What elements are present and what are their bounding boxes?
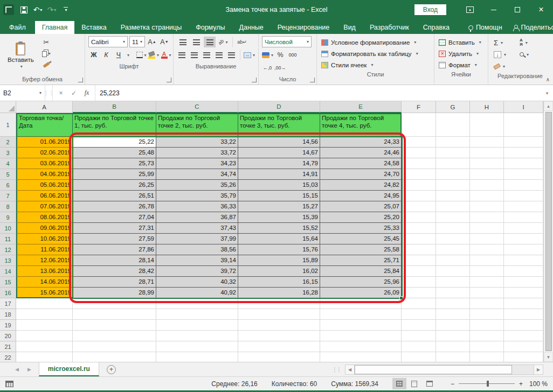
- conditional-formatting-button[interactable]: Условное форматирование▾: [319, 37, 432, 48]
- ribbon-display-options-button[interactable]: [458, 0, 482, 19]
- cell-C20[interactable]: [156, 331, 238, 341]
- fill-color-button[interactable]: ▾: [148, 50, 159, 60]
- cell-F16[interactable]: [402, 288, 436, 298]
- cell-H14[interactable]: [470, 266, 504, 277]
- cell-G7[interactable]: [436, 191, 470, 201]
- cell-B11[interactable]: 27,59: [73, 234, 156, 244]
- cell-F11[interactable]: [402, 234, 436, 244]
- decrease-decimal-button[interactable]: ,00→: [274, 62, 286, 73]
- cell-C1[interactable]: Продажи по Торговой точке 2, тыс. руб.: [156, 113, 238, 137]
- cell-I19[interactable]: [504, 320, 543, 331]
- cell-A6[interactable]: 05.06.2019: [16, 180, 73, 191]
- row-header-16[interactable]: 16: [0, 288, 16, 298]
- cell-I14[interactable]: [504, 266, 543, 277]
- vertical-scrollbar[interactable]: ▲ ▼: [543, 101, 553, 362]
- cell-H9[interactable]: [470, 212, 504, 223]
- vertical-scroll-thumb[interactable]: [545, 112, 552, 351]
- cell-H16[interactable]: [470, 288, 504, 298]
- cell-C21[interactable]: [156, 341, 238, 352]
- cell-I12[interactable]: [504, 244, 543, 255]
- cell-styles-button[interactable]: Стили ячеек▾: [319, 59, 432, 71]
- cell-F4[interactable]: [402, 158, 436, 169]
- cell-H19[interactable]: [470, 320, 504, 331]
- cell-A15[interactable]: 14.06.2019: [16, 277, 73, 288]
- cell-D11[interactable]: 15,64: [238, 234, 320, 244]
- row-header-19[interactable]: 19: [0, 320, 16, 331]
- cell-F3[interactable]: [402, 148, 436, 158]
- cell-A22[interactable]: [16, 352, 73, 362]
- chevron-down-icon[interactable]: ▾: [127, 53, 129, 58]
- tab-data[interactable]: Данные: [232, 21, 271, 34]
- cell-C3[interactable]: 33,72: [156, 148, 238, 158]
- tab-help[interactable]: Справка: [416, 21, 457, 34]
- minimize-button[interactable]: [482, 0, 506, 19]
- page-break-view-button[interactable]: [423, 378, 437, 389]
- cell-C22[interactable]: [156, 352, 238, 362]
- row-header-15[interactable]: 15: [0, 277, 16, 288]
- formula-input[interactable]: 25,223: [95, 85, 541, 101]
- cell-H7[interactable]: [470, 191, 504, 201]
- cell-D17[interactable]: [238, 298, 320, 309]
- cell-A19[interactable]: [16, 320, 73, 331]
- cell-I21[interactable]: [504, 341, 543, 352]
- cell-B19[interactable]: [73, 320, 156, 331]
- scroll-down-button[interactable]: ▼: [544, 352, 553, 362]
- wrap-text-button[interactable]: ab↵: [236, 37, 248, 47]
- cell-I15[interactable]: [504, 277, 543, 288]
- column-header-D[interactable]: D: [238, 101, 320, 113]
- cell-G22[interactable]: [436, 352, 470, 362]
- cell-G2[interactable]: [436, 137, 470, 148]
- cell-A16[interactable]: 15.06.2019: [16, 288, 73, 298]
- new-sheet-button[interactable]: +: [107, 365, 116, 374]
- row-header-10[interactable]: 10: [0, 223, 16, 234]
- cell-G12[interactable]: [436, 244, 470, 255]
- column-header-B[interactable]: B: [73, 101, 156, 113]
- orientation-button[interactable]: ab▾: [217, 37, 229, 47]
- cell-D5[interactable]: 14,91: [238, 169, 320, 180]
- row-header-9[interactable]: 9: [0, 212, 16, 223]
- cell-H10[interactable]: [470, 223, 504, 234]
- cell-G5[interactable]: [436, 169, 470, 180]
- cell-B20[interactable]: [73, 331, 156, 341]
- cell-B10[interactable]: 27,31: [73, 223, 156, 234]
- clear-button[interactable]: ▾: [492, 64, 517, 69]
- cell-E11[interactable]: 25,45: [320, 234, 402, 244]
- cell-B7[interactable]: 26,51: [73, 191, 156, 201]
- row-header-21[interactable]: 21: [0, 341, 16, 352]
- cell-D15[interactable]: 16,15: [238, 277, 320, 288]
- row-header-12[interactable]: 12: [0, 244, 16, 255]
- cell-G20[interactable]: [436, 331, 470, 341]
- zoom-slider-thumb[interactable]: [487, 381, 489, 387]
- cell-F8[interactable]: [402, 201, 436, 212]
- cell-B22[interactable]: [73, 352, 156, 362]
- cell-F13[interactable]: [402, 255, 436, 266]
- format-cells-button[interactable]: Формат▾: [437, 59, 486, 71]
- column-header-G[interactable]: G: [436, 101, 470, 113]
- horizontal-scrollbar[interactable]: ⋮⋮ ◀ ▶: [332, 365, 543, 375]
- cell-B6[interactable]: 26,25: [73, 180, 156, 191]
- tab-page-layout[interactable]: Разметка страницы: [114, 21, 189, 34]
- clipboard-dialog-launcher[interactable]: [78, 78, 83, 82]
- align-left-button[interactable]: [177, 50, 188, 60]
- cell-D2[interactable]: 14,56: [238, 137, 320, 148]
- cell-E20[interactable]: [320, 331, 402, 341]
- cell-A11[interactable]: 10.06.2019: [16, 234, 73, 244]
- cell-H5[interactable]: [470, 169, 504, 180]
- cell-C8[interactable]: 36,33: [156, 201, 238, 212]
- cell-C9[interactable]: 36,87: [156, 212, 238, 223]
- cell-F10[interactable]: [402, 223, 436, 234]
- column-header-A[interactable]: A: [16, 101, 73, 113]
- cell-F1[interactable]: [402, 113, 436, 137]
- sheet-tab-active[interactable]: microexcel.ru: [39, 362, 99, 376]
- percent-button[interactable]: %: [275, 50, 286, 60]
- copy-button[interactable]: ▾: [40, 48, 52, 58]
- cell-G6[interactable]: [436, 180, 470, 191]
- fill-handle[interactable]: [399, 296, 403, 300]
- customize-qat-button[interactable]: ▾: [59, 3, 72, 16]
- cell-C7[interactable]: 35,79: [156, 191, 238, 201]
- cell-E8[interactable]: 25,07: [320, 201, 402, 212]
- cell-B15[interactable]: 28,71: [73, 277, 156, 288]
- scroll-right-button[interactable]: ▶: [534, 365, 543, 375]
- enter-button[interactable]: ✓: [68, 89, 80, 97]
- cell-F9[interactable]: [402, 212, 436, 223]
